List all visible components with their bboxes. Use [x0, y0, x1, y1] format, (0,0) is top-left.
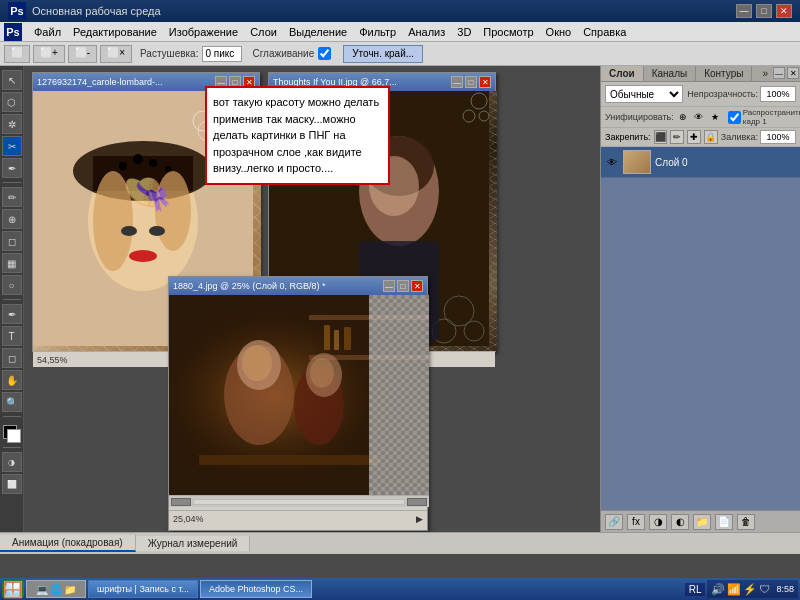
- layer-group-btn[interactable]: 📁: [693, 514, 711, 530]
- propagate-checkbox[interactable]: [728, 111, 741, 124]
- tab-animation[interactable]: Анимация (покадровая): [0, 535, 136, 552]
- tray-icon-2[interactable]: 📶: [727, 583, 741, 596]
- doc3-close[interactable]: ✕: [411, 280, 423, 292]
- lock-position[interactable]: ✚: [687, 130, 701, 144]
- menu-window[interactable]: Окно: [540, 24, 578, 40]
- selection-mode-add[interactable]: ⬜+: [33, 45, 65, 63]
- fill-label: Заливка:: [721, 132, 758, 142]
- maximize-button[interactable]: □: [756, 4, 772, 18]
- document-window-3: 1880_4.jpg @ 25% (Слой 0, RGB/8) * — □ ✕: [168, 276, 428, 531]
- toolbar-separator-2: [3, 299, 21, 300]
- tool-mask-mode[interactable]: ◑: [2, 452, 22, 472]
- background-color[interactable]: [7, 429, 21, 443]
- tool-pen[interactable]: ✒: [2, 304, 22, 324]
- selection-mode-new[interactable]: ⬜: [4, 45, 30, 63]
- tool-clone[interactable]: ⊕: [2, 209, 22, 229]
- doc3-arrow: ▶: [416, 514, 423, 524]
- menu-analysis[interactable]: Анализ: [402, 24, 451, 40]
- lock-transparency[interactable]: ⬛: [654, 130, 668, 144]
- smooth-checkbox[interactable]: [318, 47, 331, 60]
- tool-hand[interactable]: ✋: [2, 370, 22, 390]
- minimize-button[interactable]: —: [736, 4, 752, 18]
- svg-rect-43: [334, 330, 339, 350]
- layer-new-btn[interactable]: 📄: [715, 514, 733, 530]
- menu-select[interactable]: Выделение: [283, 24, 353, 40]
- tool-zoom[interactable]: 🔍: [2, 392, 22, 412]
- panel-tab-extra[interactable]: »: [758, 66, 772, 81]
- taskbar-desktop-icons[interactable]: 💻 🌐 📁: [26, 580, 86, 598]
- selection-mode-sub[interactable]: ⬜-: [68, 45, 97, 63]
- taskbar-item-fonts[interactable]: шрифты | Запись с т...: [88, 580, 198, 598]
- layers-list: 👁 Слой 0: [601, 147, 800, 510]
- layer-visibility-icon[interactable]: 👁: [605, 155, 619, 169]
- menu-image[interactable]: Изображение: [163, 24, 244, 40]
- unify-vis-icon[interactable]: 👁: [692, 110, 706, 124]
- panel-collapse[interactable]: —: [773, 67, 785, 79]
- tray-icon-1[interactable]: 🔊: [711, 583, 725, 596]
- layer-style-btn[interactable]: fx: [627, 514, 645, 530]
- menu-edit[interactable]: Редактирование: [67, 24, 163, 40]
- menu-view[interactable]: Просмотр: [477, 24, 539, 40]
- selection-mode-intersect[interactable]: ⬜×: [100, 45, 132, 63]
- taskbar-item-photoshop[interactable]: Adobe Photoshop CS...: [200, 580, 312, 598]
- text-annotation: вот такую красоту можно делать применив …: [205, 86, 390, 185]
- bottom-area: Анимация (покадровая) Журнал измерений: [0, 532, 800, 554]
- tab-layers[interactable]: Слои: [601, 66, 644, 81]
- svg-point-8: [119, 162, 127, 170]
- lock-all[interactable]: 🔒: [704, 130, 718, 144]
- layer-adjust-btn[interactable]: ◐: [671, 514, 689, 530]
- tool-shape[interactable]: ◻: [2, 348, 22, 368]
- doc3-image: [169, 295, 429, 495]
- doc3-illustration: [169, 295, 429, 495]
- svg-point-50: [310, 358, 334, 388]
- title-bar: Ps Основная рабочая среда — □ ✕: [0, 0, 800, 22]
- panel-close[interactable]: ✕: [787, 67, 799, 79]
- tool-text[interactable]: T: [2, 326, 22, 346]
- start-button[interactable]: 🪟: [2, 580, 24, 598]
- tab-paths[interactable]: Контуры: [696, 66, 752, 81]
- tool-brush[interactable]: ✏: [2, 187, 22, 207]
- opacity-input[interactable]: [760, 86, 796, 102]
- menu-help[interactable]: Справка: [577, 24, 632, 40]
- layer-delete-btn[interactable]: 🗑: [737, 514, 755, 530]
- doc3-scrollbar-h[interactable]: [169, 495, 429, 507]
- refine-edge-button[interactable]: Уточн. край...: [343, 45, 423, 63]
- doc2-close[interactable]: ✕: [479, 76, 491, 88]
- tool-eyedropper[interactable]: ✒: [2, 158, 22, 178]
- menu-filter[interactable]: Фильтр: [353, 24, 402, 40]
- layer-mask-btn[interactable]: ◑: [649, 514, 667, 530]
- opacity-label: Непрозрачность:: [687, 89, 758, 99]
- blend-mode-select[interactable]: Обычные: [605, 85, 683, 103]
- feather-input[interactable]: [202, 46, 242, 62]
- svg-point-15: [121, 226, 137, 236]
- tool-crop[interactable]: ✂: [2, 136, 22, 156]
- tool-screen-mode[interactable]: ⬜: [2, 474, 22, 494]
- tool-magic-wand[interactable]: ✲: [2, 114, 22, 134]
- fill-input[interactable]: [760, 130, 796, 144]
- color-picker[interactable]: [3, 425, 21, 443]
- tool-gradient[interactable]: ▦: [2, 253, 22, 273]
- doc2-maximize[interactable]: □: [465, 76, 477, 88]
- layer-item-0[interactable]: 👁 Слой 0: [601, 147, 800, 178]
- unify-style-icon[interactable]: ★: [708, 110, 722, 124]
- close-button[interactable]: ✕: [776, 4, 792, 18]
- menu-file[interactable]: Файл: [28, 24, 67, 40]
- tab-channels[interactable]: Каналы: [644, 66, 697, 81]
- taskbar-tray: 🔊 📶 ⚡ 🛡 8:58: [707, 580, 798, 598]
- tray-icon-antivirus[interactable]: 🛡: [759, 583, 770, 595]
- tool-lasso[interactable]: ⬡: [2, 92, 22, 112]
- tray-icon-3[interactable]: ⚡: [743, 583, 757, 596]
- unify-pos-icon[interactable]: ⊕: [676, 110, 690, 124]
- taskbar-lang[interactable]: RL: [685, 583, 706, 596]
- doc2-minimize[interactable]: —: [451, 76, 463, 88]
- menu-3d[interactable]: 3D: [451, 24, 477, 40]
- tool-dodge[interactable]: ○: [2, 275, 22, 295]
- lock-paint[interactable]: ✏: [670, 130, 684, 144]
- doc3-maximize[interactable]: □: [397, 280, 409, 292]
- menu-layers[interactable]: Слои: [244, 24, 283, 40]
- doc3-minimize[interactable]: —: [383, 280, 395, 292]
- tool-move[interactable]: ↖: [2, 70, 22, 90]
- tab-journal[interactable]: Журнал измерений: [136, 536, 251, 551]
- tool-eraser[interactable]: ◻: [2, 231, 22, 251]
- layer-link-btn[interactable]: 🔗: [605, 514, 623, 530]
